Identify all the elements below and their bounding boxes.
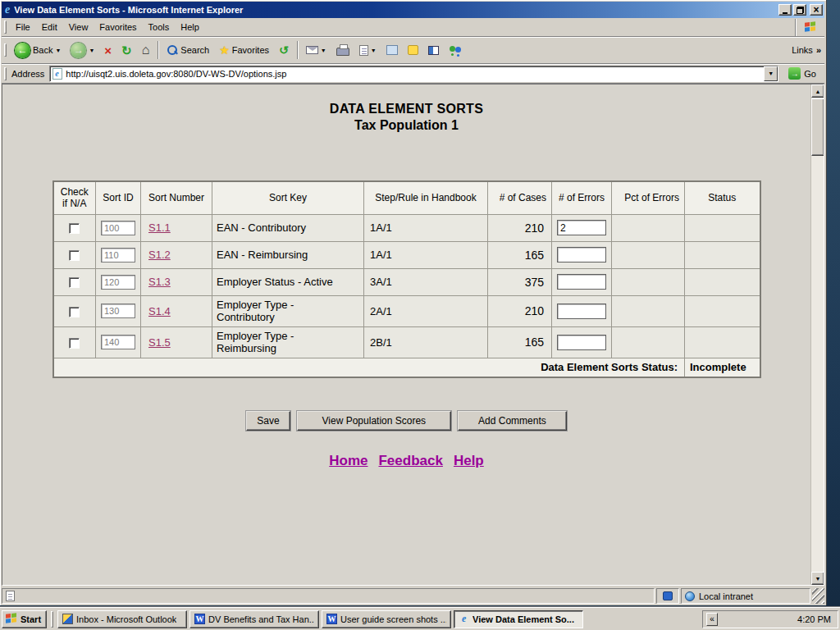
resize-grip[interactable] xyxy=(812,588,824,604)
step-rule-cell: 1A/1 xyxy=(364,214,488,241)
home-button[interactable]: ⌂ xyxy=(137,39,155,62)
task-word-user-guide[interactable]: W User guide screen shots ... xyxy=(322,610,451,628)
clock: 4:20 PM xyxy=(797,614,831,624)
favorites-button[interactable]: ★ Favorites xyxy=(214,39,274,62)
feedback-link[interactable]: Feedback xyxy=(378,453,442,469)
cases-cell: 375 xyxy=(488,268,552,295)
search-button[interactable]: Search xyxy=(162,39,214,62)
menu-help[interactable]: Help xyxy=(175,20,205,34)
table-row: S1.2 EAN - Reimbursing 1A/1 165 xyxy=(53,241,760,268)
task-outlook[interactable]: Inbox - Microsoft Outlook xyxy=(57,610,187,628)
sort-number-link[interactable]: S1.2 xyxy=(148,249,171,261)
edit-button[interactable]: ▼ xyxy=(354,39,381,62)
task-ie-active[interactable]: e View Data Element So... xyxy=(454,610,583,628)
header-pct-errors: Pct of Errors xyxy=(612,181,685,214)
na-checkbox[interactable] xyxy=(69,307,80,317)
na-checkbox[interactable] xyxy=(69,277,80,288)
sort-number-link[interactable]: S1.5 xyxy=(148,336,171,349)
task-word-dv-benefits[interactable]: W DV Benefits and Tax Han... xyxy=(189,610,319,628)
nav-links: Home Feedback Help xyxy=(2,453,810,469)
menu-view[interactable]: View xyxy=(63,20,94,34)
scroll-up-button[interactable]: ▲ xyxy=(811,84,824,98)
windows-logo-icon xyxy=(795,19,824,36)
history-button[interactable]: ↺ xyxy=(274,39,294,62)
address-bar: Address ▼ → Go xyxy=(2,64,824,84)
stop-button[interactable]: × xyxy=(99,39,116,62)
table-row: S1.5 Employer Type - Reimbursing 2B/1 16… xyxy=(53,326,760,358)
go-arrow-icon: → xyxy=(788,67,801,80)
errors-input[interactable] xyxy=(557,220,606,235)
errors-input[interactable] xyxy=(557,304,606,319)
menu-edit[interactable]: Edit xyxy=(36,20,63,34)
sort-key-cell: EAN - Contributory xyxy=(212,214,364,241)
na-checkbox[interactable] xyxy=(69,250,80,261)
taskbar-handle[interactable] xyxy=(51,611,53,628)
sort-id-input[interactable] xyxy=(101,275,135,290)
errors-input[interactable] xyxy=(557,247,606,262)
toolbar-grip[interactable] xyxy=(4,21,7,34)
view-population-scores-button[interactable]: View Population Scores xyxy=(297,411,452,431)
pct-errors-cell xyxy=(612,268,685,295)
table-header-row: Check if N/A Sort ID Sort Number Sort Ke… xyxy=(53,181,760,214)
print-button[interactable] xyxy=(331,39,354,62)
back-button[interactable]: ← Back ▼ xyxy=(10,39,66,62)
errors-input[interactable] xyxy=(557,274,606,290)
home-link[interactable]: Home xyxy=(329,453,368,469)
add-comments-button[interactable]: Add Comments xyxy=(458,411,567,431)
toolbar-grip[interactable] xyxy=(4,67,7,80)
refresh-button[interactable]: ↻ xyxy=(116,39,137,62)
chevron-icon[interactable]: » xyxy=(816,45,821,55)
journal-button[interactable] xyxy=(403,39,423,62)
menu-file[interactable]: File xyxy=(10,20,36,34)
restore-button[interactable] xyxy=(793,4,806,16)
discuss-button[interactable] xyxy=(381,39,403,62)
save-button[interactable]: Save xyxy=(246,411,290,431)
sort-id-input[interactable] xyxy=(101,248,135,262)
scroll-down-button[interactable]: ▼ xyxy=(811,572,824,585)
menu-bar: File Edit View Favorites Tools Help xyxy=(2,18,824,37)
sort-number-link[interactable]: S1.3 xyxy=(148,276,171,288)
messenger-button[interactable] xyxy=(444,39,468,62)
toolbar-separator xyxy=(297,41,298,59)
toolbar-grip[interactable] xyxy=(4,43,7,57)
cases-cell: 165 xyxy=(488,241,552,268)
footer-status-label: Data Element Sorts Status: xyxy=(53,358,685,377)
sort-id-input[interactable] xyxy=(101,335,135,349)
mail-button[interactable]: ▼ xyxy=(301,39,331,62)
address-dropdown-button[interactable]: ▼ xyxy=(764,66,778,81)
pct-errors-cell xyxy=(612,326,685,358)
sort-number-link[interactable]: S1.1 xyxy=(148,221,171,234)
header-step-rule: Step/Rule in Handbook xyxy=(364,181,488,214)
menu-favorites[interactable]: Favorites xyxy=(94,20,142,34)
vertical-scrollbar[interactable]: ▲ ▼ xyxy=(810,84,824,585)
sort-id-input[interactable] xyxy=(101,221,135,235)
title-bar[interactable]: e View Data Element Sorts - Microsoft In… xyxy=(2,2,824,18)
restore-icon xyxy=(797,7,804,14)
minimize-button[interactable] xyxy=(778,4,792,16)
status-cell xyxy=(685,214,760,241)
help-link[interactable]: Help xyxy=(454,453,484,469)
forward-button[interactable]: → ▼ xyxy=(66,39,99,62)
address-input[interactable] xyxy=(66,67,764,80)
sort-id-input[interactable] xyxy=(101,304,135,318)
errors-input[interactable] xyxy=(557,335,606,350)
go-button[interactable]: → Go xyxy=(783,66,821,80)
sort-number-link[interactable]: S1.4 xyxy=(148,305,171,317)
task-label: Inbox - Microsoft Outlook xyxy=(76,614,176,624)
na-checkbox[interactable] xyxy=(69,338,80,349)
scroll-thumb[interactable] xyxy=(811,98,824,156)
go-label: Go xyxy=(804,69,816,79)
status-cell xyxy=(685,268,760,295)
tray-chevron-button[interactable]: « xyxy=(706,613,718,626)
screen: e View Data Element Sorts - Microsoft In… xyxy=(0,0,840,630)
status-progress-panel xyxy=(656,588,679,604)
na-checkbox[interactable] xyxy=(69,223,80,234)
menu-tools[interactable]: Tools xyxy=(143,20,176,34)
table-row: S1.3 Employer Status - Active 3A/1 375 xyxy=(53,268,760,295)
research-button[interactable] xyxy=(423,39,444,62)
outlook-icon xyxy=(62,614,73,624)
close-button[interactable]: × xyxy=(810,4,823,16)
history-icon: ↺ xyxy=(279,44,289,56)
start-button[interactable]: Start xyxy=(2,610,47,628)
links-bar[interactable]: Links » xyxy=(792,45,821,55)
